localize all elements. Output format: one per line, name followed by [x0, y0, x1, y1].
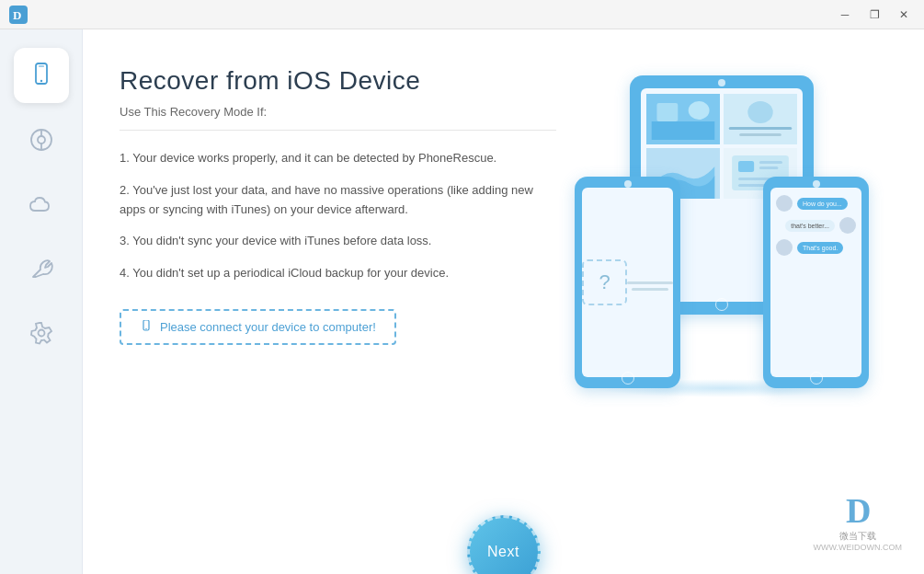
titlebar: D ─ ❐ ✕	[0, 0, 924, 29]
chat-bubble-3: That's good.	[776, 239, 856, 256]
svg-point-15	[689, 101, 710, 120]
page-title: Recover from iOS Device	[120, 66, 556, 96]
tablet-img-1	[646, 94, 720, 144]
sidebar	[0, 29, 83, 574]
devices-illustration: ? How do you...	[575, 75, 869, 388]
svg-rect-19	[739, 133, 781, 136]
app-body: Recover from iOS Device Use This Recover…	[0, 29, 924, 574]
watermark-text: 微当下载	[814, 530, 902, 543]
svg-rect-23	[738, 161, 754, 172]
phone-icon	[140, 320, 153, 333]
svg-rect-24	[759, 161, 782, 164]
next-button[interactable]: Next	[467, 515, 541, 574]
chat-bubble-1: How do you...	[776, 195, 856, 212]
svg-point-17	[747, 101, 772, 123]
sidebar-item-music[interactable]	[14, 112, 69, 167]
svg-rect-13	[652, 121, 715, 140]
devices-shadow	[593, 379, 850, 397]
chat-bubble-2: that's better...	[776, 217, 856, 234]
subtitle: Use This Recovery Mode If:	[120, 105, 556, 131]
next-button-container: Next	[467, 500, 541, 574]
connect-device-button[interactable]: Please connect your device to computer!	[120, 309, 396, 345]
chat-avatar-3	[776, 239, 793, 256]
question-mark: ?	[582, 259, 627, 305]
sidebar-item-settings[interactable]	[14, 305, 69, 361]
app-logo: D	[9, 6, 28, 24]
content-left: Recover from iOS Device Use This Recover…	[120, 66, 556, 574]
svg-rect-25	[759, 166, 779, 169]
list-item: 3. You didn't sync your device with iTun…	[120, 232, 556, 251]
phone-right-device: How do you... that's better... That's go…	[763, 177, 869, 388]
chat-avatar-1	[776, 195, 793, 212]
svg-point-9	[38, 330, 44, 337]
svg-rect-18	[729, 127, 793, 130]
watermark: D 微当下载 WWW.WEIDOWN.COM	[814, 493, 902, 552]
close-button[interactable]: ✕	[891, 6, 917, 24]
svg-rect-14	[656, 103, 678, 121]
list-item: 2. You've just lost your data, and have …	[120, 181, 556, 220]
sidebar-item-ios-device[interactable]	[14, 48, 69, 103]
main-content: Recover from iOS Device Use This Recover…	[83, 29, 924, 574]
phone-left-screen: ?	[582, 188, 673, 377]
sidebar-item-cloud[interactable]	[14, 177, 69, 232]
list-item: 1. Your device works properly, and it ca…	[120, 149, 556, 168]
chat-avatar-2	[839, 217, 856, 234]
tablet-img-2	[724, 94, 797, 144]
svg-point-6	[38, 136, 45, 144]
maximize-button[interactable]: ❐	[861, 6, 887, 24]
watermark-url: WWW.WEIDOWN.COM	[814, 543, 902, 552]
sidebar-item-tools[interactable]	[14, 241, 69, 296]
phone-right-screen: How do you... that's better... That's go…	[770, 188, 861, 377]
list-item: 4. You didn't set up a periodical iCloud…	[120, 264, 556, 283]
svg-point-3	[40, 80, 41, 82]
minimize-button[interactable]: ─	[832, 6, 858, 24]
description-list: 1. Your device works properly, and it ca…	[120, 149, 556, 283]
svg-text:D: D	[13, 8, 21, 22]
phone-left-device: ?	[575, 177, 680, 388]
watermark-logo: D	[814, 493, 902, 528]
svg-point-11	[145, 328, 146, 329]
svg-rect-4	[39, 66, 44, 67]
